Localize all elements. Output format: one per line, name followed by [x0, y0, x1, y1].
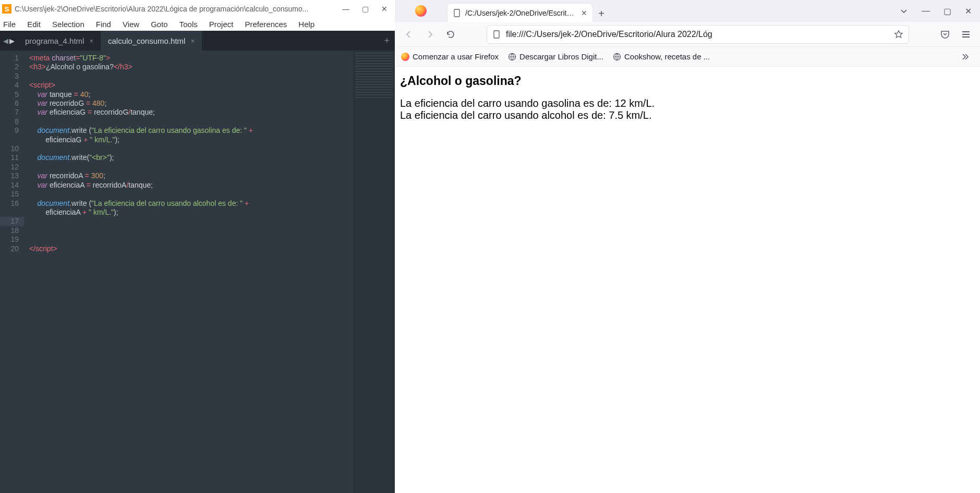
new-tab-button[interactable]: + [593, 5, 610, 22]
file-icon [453, 9, 461, 17]
menu-item[interactable]: Goto [151, 20, 168, 29]
menu-item[interactable]: Selection [52, 20, 84, 29]
tab-close-icon[interactable]: ✕ [581, 9, 587, 17]
globe-icon [508, 53, 516, 61]
close-icon[interactable]: ✕ [381, 5, 388, 13]
minimap[interactable] [353, 51, 395, 493]
editor-tab[interactable]: programa_4.html× [18, 31, 101, 51]
svg-rect-1 [494, 31, 499, 38]
menu-item[interactable]: Project [209, 20, 234, 29]
firefox-tabstrip: /C:/Users/jek-2/OneDrive/Escritorio ✕ + … [395, 0, 980, 22]
firefox-window: /C:/Users/jek-2/OneDrive/Escritorio ✕ + … [395, 0, 980, 493]
bookmark-item[interactable]: Comenzar a usar Firefox [401, 52, 499, 61]
firefox-logo-icon [415, 5, 427, 17]
sublime-titlebar: S C:\Users\jek-2\OneDrive\Escritorio\Alu… [0, 0, 395, 18]
tab-label: programa_4.html [25, 36, 84, 45]
close-icon[interactable]: ✕ [965, 6, 972, 16]
menu-item[interactable]: Preferences [245, 20, 287, 29]
menu-item[interactable]: Find [96, 20, 111, 29]
pocket-button[interactable] [936, 26, 954, 43]
browser-tab[interactable]: /C:/Users/jek-2/OneDrive/Escritorio ✕ [447, 3, 593, 22]
forward-button[interactable] [421, 26, 439, 43]
menu-item[interactable]: View [123, 20, 139, 29]
url-bar[interactable]: file:///C:/Users/jek-2/OneDrive/Escritor… [487, 25, 909, 44]
bookmark-item[interactable]: Cookshow, recetas de ... [613, 52, 710, 61]
menu-item[interactable]: Tools [179, 20, 198, 29]
code-content[interactable]: <meta charset="UTF-8"><h3>¿Alcohol o gas… [24, 51, 353, 493]
page-content: ¿Alcohol o gasolina? La eficiencia del c… [395, 67, 980, 493]
tab-close-icon[interactable]: × [190, 37, 195, 45]
bookmarks-bar: Comenzar a usar Firefox Descargar Libros… [395, 47, 980, 67]
editor-tab[interactable]: calculo_consumo.html× [101, 31, 202, 51]
minimize-icon[interactable]: — [342, 5, 349, 13]
editor-area[interactable]: 123456789 10111213141516 17181920 <meta … [0, 51, 395, 493]
tab-title: /C:/Users/jek-2/OneDrive/Escritorio [465, 9, 577, 17]
output-line: La eficiencia del carro usando alcohol e… [400, 109, 975, 121]
sublime-tab-bar: ◀▶ programa_4.html×calculo_consumo.html×… [0, 31, 395, 51]
sublime-logo-icon: S [2, 4, 11, 14]
output-line: La eficiencia del carro usando gasolina … [400, 97, 975, 109]
sublime-menu-bar: FileEditSelectionFindViewGotoToolsProjec… [0, 18, 395, 31]
bookmarks-overflow-icon[interactable] [956, 48, 974, 66]
bookmark-label: Cookshow, recetas de ... [624, 52, 710, 61]
line-gutter: 123456789 10111213141516 17181920 [0, 51, 24, 493]
maximize-icon[interactable]: ▢ [362, 5, 369, 13]
page-heading: ¿Alcohol o gasolina? [400, 74, 975, 88]
file-icon [492, 30, 501, 39]
bookmark-star-icon[interactable] [894, 30, 903, 39]
back-button[interactable] [400, 26, 418, 43]
globe-icon [613, 53, 621, 61]
firefox-icon [401, 53, 409, 61]
window-controls: — ▢ ✕ [342, 5, 393, 13]
firefox-toolbar: file:///C:/Users/jek-2/OneDrive/Escritor… [395, 22, 980, 47]
tab-close-icon[interactable]: × [89, 37, 93, 45]
reload-button[interactable] [442, 26, 459, 43]
bookmark-label: Comenzar a usar Firefox [413, 52, 499, 61]
tab-label: calculo_consumo.html [108, 36, 185, 45]
new-tab-button[interactable]: + [379, 35, 395, 46]
maximize-icon[interactable]: ▢ [943, 6, 951, 16]
minimize-icon[interactable]: — [922, 6, 930, 16]
tabs-dropdown-icon[interactable] [900, 7, 908, 15]
bookmark-label: Descargar Libros Digit... [519, 52, 603, 61]
bookmark-item[interactable]: Descargar Libros Digit... [508, 52, 603, 61]
svg-rect-0 [454, 9, 459, 17]
menu-button[interactable] [957, 26, 975, 43]
menu-item[interactable]: Edit [27, 20, 41, 29]
tab-nav-arrows[interactable]: ◀▶ [0, 37, 18, 45]
sublime-title-path: C:\Users\jek-2\OneDrive\Escritorio\Alura… [15, 5, 339, 13]
sublime-window: S C:\Users\jek-2\OneDrive\Escritorio\Alu… [0, 0, 395, 493]
url-text: file:///C:/Users/jek-2/OneDrive/Escritor… [506, 30, 889, 39]
menu-item[interactable]: Help [298, 20, 314, 29]
menu-item[interactable]: File [3, 20, 16, 29]
